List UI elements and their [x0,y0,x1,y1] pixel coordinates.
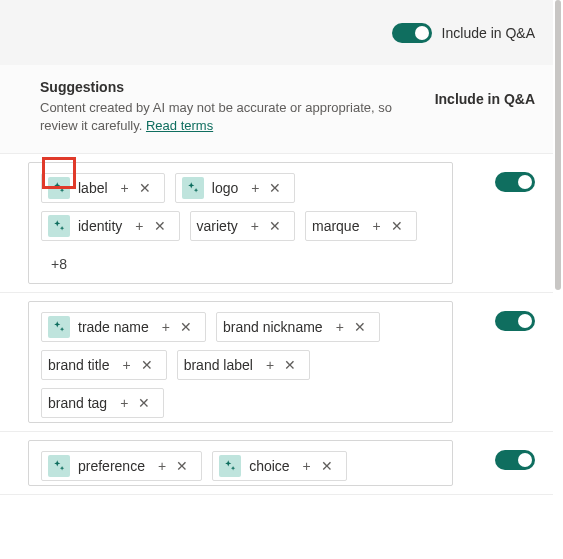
global-include-label: Include in Q&A [442,25,535,41]
chip-remove-button[interactable]: ✕ [349,320,371,334]
ai-badge [48,177,70,199]
group-row: trade name+✕brand nickname+✕brand title+… [0,293,563,432]
chip-container: preference+✕choice+✕ [28,440,453,486]
chip-remove-button[interactable]: ✕ [264,219,286,233]
chip-label: brand label [184,357,253,373]
chip-add-button[interactable]: + [115,396,133,410]
chip-add-button[interactable]: + [367,219,385,233]
include-column-label: Include in Q&A [435,79,535,135]
chip-label: label [78,180,108,196]
group-include-toggle[interactable] [495,311,535,331]
suggestions-description: Content created by AI may not be accurat… [40,99,411,135]
synonym-chip: trade name+✕ [41,312,206,342]
groups-container: label+✕logo+✕identity+✕variety+✕marque+✕… [0,154,563,495]
row-toggle-column [495,440,535,470]
global-include-toggle[interactable] [392,23,432,43]
sparkle-icon [52,320,66,334]
group-row: preference+✕choice+✕ [0,432,563,495]
group-include-toggle[interactable] [495,450,535,470]
sparkle-icon [52,459,66,473]
chip-remove-button[interactable]: ✕ [175,320,197,334]
synonym-chip: preference+✕ [41,451,202,481]
suggestions-description-text: Content created by AI may not be accurat… [40,100,392,133]
chip-add-button[interactable]: + [261,358,279,372]
suggestions-info: Suggestions Content created by AI may no… [40,79,435,135]
chip-add-button[interactable]: + [130,219,148,233]
chip-label: marque [312,218,359,234]
more-chip[interactable]: +8 [41,249,77,279]
ai-badge [48,455,70,477]
synonym-chip: variety+✕ [190,211,295,241]
toggle-knob [415,26,429,40]
sparkle-icon [186,181,200,195]
sparkle-icon [52,219,66,233]
sparkle-icon [223,459,237,473]
chip-add-button[interactable]: + [331,320,349,334]
synonym-chip: marque+✕ [305,211,417,241]
global-include-control: Include in Q&A [392,23,535,43]
chip-container: label+✕logo+✕identity+✕variety+✕marque+✕… [28,162,453,284]
chip-remove-button[interactable]: ✕ [279,358,301,372]
suggestions-header: Suggestions Content created by AI may no… [0,65,563,154]
chip-remove-button[interactable]: ✕ [264,181,286,195]
toggle-knob [518,175,532,189]
viewport: Include in Q&A Suggestions Content creat… [0,0,563,559]
synonym-chip: label+✕ [41,173,165,203]
chip-add-button[interactable]: + [157,320,175,334]
synonym-chip: logo+✕ [175,173,296,203]
synonym-chip: choice+✕ [212,451,347,481]
chip-add-button[interactable]: + [246,181,264,195]
suggestions-title: Suggestions [40,79,411,95]
chip-label: choice [249,458,289,474]
ai-badge [48,316,70,338]
group-row: label+✕logo+✕identity+✕variety+✕marque+✕… [0,154,563,293]
toggle-knob [518,453,532,467]
ai-badge [48,215,70,237]
synonym-chip: brand nickname+✕ [216,312,380,342]
chip-add-button[interactable]: + [298,459,316,473]
chip-remove-button[interactable]: ✕ [134,181,156,195]
chip-add-button[interactable]: + [246,219,264,233]
chip-label: preference [78,458,145,474]
chip-add-button[interactable]: + [116,181,134,195]
chip-remove-button[interactable]: ✕ [133,396,155,410]
read-terms-link[interactable]: Read terms [146,118,213,133]
chip-add-button[interactable]: + [153,459,171,473]
chip-remove-button[interactable]: ✕ [316,459,338,473]
row-toggle-column [495,162,535,192]
synonym-chip: brand tag+✕ [41,388,164,418]
chip-remove-button[interactable]: ✕ [386,219,408,233]
chip-label: brand nickname [223,319,323,335]
ai-badge [219,455,241,477]
chip-remove-button[interactable]: ✕ [171,459,193,473]
synonym-chip: brand title+✕ [41,350,167,380]
chip-container: trade name+✕brand nickname+✕brand title+… [28,301,453,423]
chip-label: brand title [48,357,109,373]
top-band: Include in Q&A [0,0,563,65]
chip-label: trade name [78,319,149,335]
ai-badge [182,177,204,199]
synonym-chip: brand label+✕ [177,350,310,380]
chip-label: variety [197,218,238,234]
sparkle-icon [52,181,66,195]
scrollbar-thumb[interactable] [555,0,561,290]
chip-remove-button[interactable]: ✕ [149,219,171,233]
group-include-toggle[interactable] [495,172,535,192]
chip-add-button[interactable]: + [117,358,135,372]
toggle-knob [518,314,532,328]
scrollbar-track[interactable] [553,0,563,559]
chip-label: brand tag [48,395,107,411]
chip-remove-button[interactable]: ✕ [136,358,158,372]
row-toggle-column [495,301,535,331]
synonym-chip: identity+✕ [41,211,180,241]
chip-label: logo [212,180,238,196]
chip-label: identity [78,218,122,234]
